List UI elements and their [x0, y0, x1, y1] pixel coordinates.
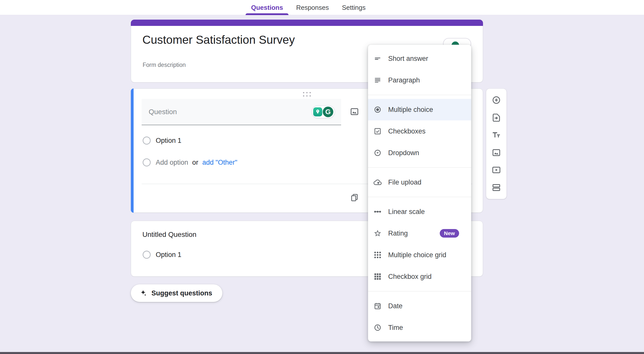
add-option-button[interactable]: Add option	[156, 159, 188, 166]
import-questions-icon	[492, 113, 501, 122]
untitled-option-1-radio[interactable]	[143, 251, 151, 259]
menu-divider	[368, 197, 471, 197]
tab-questions-label: Questions	[251, 4, 283, 12]
tab-responses-label: Responses	[296, 4, 329, 12]
option-1-label[interactable]: Option 1	[156, 137, 181, 145]
grammarly-logo-icon: G	[323, 107, 333, 117]
multiple-choice-icon	[374, 106, 382, 114]
grammarly-suggestion-icon	[313, 107, 322, 116]
add-option-row: Add option or add "Other"	[156, 158, 237, 166]
file-upload-icon	[374, 178, 382, 186]
menu-item-date[interactable]: Date	[368, 295, 471, 317]
new-badge: New	[440, 229, 459, 238]
rating-star-icon	[374, 229, 382, 237]
time-icon	[374, 324, 382, 332]
add-title-description-button[interactable]	[492, 130, 501, 140]
tab-responses[interactable]: Responses	[296, 0, 329, 15]
untitled-question-title[interactable]: Untitled Question	[142, 231, 196, 239]
add-image-to-question-button[interactable]	[350, 107, 359, 116]
drag-handle-icon[interactable]	[303, 92, 311, 97]
menu-item-linear-scale[interactable]: Linear scale	[368, 201, 471, 223]
multiple-choice-grid-icon	[374, 251, 382, 259]
theme-accent-bar	[131, 20, 483, 26]
image-icon	[350, 107, 359, 116]
add-title-icon	[492, 130, 501, 140]
import-questions-button[interactable]	[492, 113, 501, 122]
menu-item-multiple-choice[interactable]: Multiple choice	[368, 99, 471, 120]
menu-item-short-answer[interactable]: Short answer	[368, 48, 471, 69]
tab-settings-label: Settings	[342, 4, 366, 12]
add-option-radio	[143, 158, 151, 166]
or-label: or	[192, 159, 198, 166]
add-video-button[interactable]	[492, 165, 501, 175]
menu-divider	[368, 167, 471, 168]
paragraph-icon	[374, 76, 382, 84]
date-icon	[374, 302, 382, 310]
menu-item-checkbox-grid[interactable]: Checkbox grid	[368, 266, 471, 287]
linear-scale-icon	[374, 208, 382, 216]
form-title-input[interactable]: Customer Satisfaction Survey	[142, 33, 295, 47]
form-description-input[interactable]: Form description	[143, 62, 186, 68]
screen-bottom-edge	[0, 352, 644, 354]
grammarly-widget-question[interactable]: G	[311, 105, 335, 118]
question-placeholder: Question	[149, 99, 177, 125]
add-image-button[interactable]	[492, 148, 501, 157]
menu-divider	[368, 291, 471, 291]
option-1-radio[interactable]	[143, 137, 151, 145]
form-side-toolbar	[486, 88, 507, 199]
tab-questions[interactable]: Questions	[251, 0, 283, 15]
short-answer-icon	[374, 55, 382, 63]
sparkle-icon	[139, 289, 147, 297]
add-section-button[interactable]	[492, 183, 501, 192]
add-question-button[interactable]	[492, 95, 501, 105]
checkboxes-icon	[374, 127, 382, 135]
add-question-icon	[492, 95, 501, 105]
add-video-icon	[492, 165, 501, 175]
checkbox-grid-icon	[374, 273, 382, 281]
tab-settings[interactable]: Settings	[342, 0, 366, 15]
menu-divider	[368, 95, 471, 95]
top-nav: Questions Responses Settings	[0, 0, 644, 15]
menu-item-time[interactable]: Time	[368, 317, 471, 338]
menu-item-dropdown[interactable]: Dropdown	[368, 142, 471, 164]
add-section-icon	[492, 183, 501, 192]
menu-item-file-upload[interactable]: File upload	[368, 171, 471, 193]
form-tabs: Questions Responses Settings	[251, 0, 366, 15]
add-image-icon	[492, 148, 501, 157]
untitled-option-1-label[interactable]: Option 1	[156, 251, 181, 259]
add-other-link[interactable]: add "Other"	[202, 159, 237, 166]
duplicate-question-button[interactable]	[350, 193, 359, 202]
menu-item-checkboxes[interactable]: Checkboxes	[368, 120, 471, 142]
dropdown-icon	[374, 149, 382, 157]
menu-item-multiple-choice-grid[interactable]: Multiple choice grid	[368, 244, 471, 266]
question-type-menu: Short answer Paragraph Multiple choice C…	[368, 45, 471, 341]
menu-item-paragraph[interactable]: Paragraph	[368, 69, 471, 91]
duplicate-icon	[350, 193, 359, 202]
selection-indicator-bar	[131, 88, 134, 213]
suggest-questions-button[interactable]: Suggest questions	[131, 284, 222, 302]
suggest-questions-label: Suggest questions	[151, 289, 212, 297]
question-title-input[interactable]: Question G	[142, 99, 341, 125]
menu-item-rating[interactable]: Rating New	[368, 223, 471, 244]
